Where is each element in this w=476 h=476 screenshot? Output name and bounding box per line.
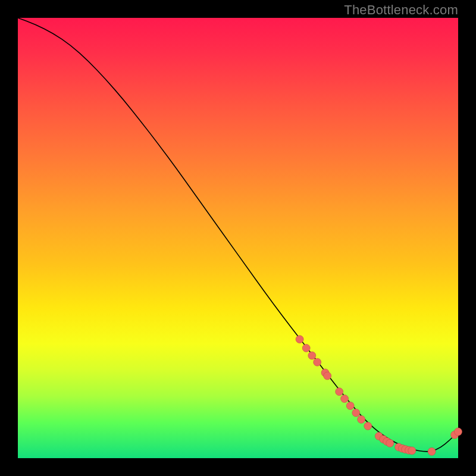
data-marker xyxy=(324,372,331,380)
data-marker xyxy=(455,428,462,436)
data-marker xyxy=(358,415,365,423)
marker-group xyxy=(296,336,462,456)
data-marker xyxy=(364,422,372,430)
data-marker xyxy=(352,409,360,416)
data-marker xyxy=(408,447,416,455)
chart-stage: TheBottleneck.com xyxy=(0,0,476,476)
data-marker xyxy=(336,388,343,396)
bottleneck-curve xyxy=(18,18,458,452)
watermark-text: TheBottleneck.com xyxy=(344,2,458,18)
data-marker xyxy=(428,447,436,455)
data-marker xyxy=(314,358,321,366)
data-marker xyxy=(341,395,349,403)
data-marker xyxy=(308,352,316,359)
data-marker xyxy=(346,402,354,409)
plot-area xyxy=(18,18,458,458)
data-marker xyxy=(296,336,303,343)
chart-svg xyxy=(18,18,458,458)
data-marker xyxy=(302,345,310,352)
data-marker xyxy=(386,439,394,447)
